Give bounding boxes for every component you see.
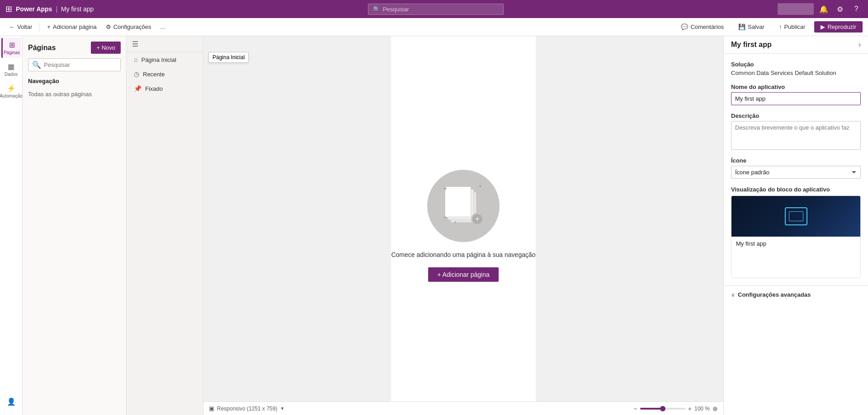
- canvas-empty-state: + ✦ ✦ ✦ ✦ Comece adicionando uma página …: [391, 170, 535, 282]
- right-panel-header: My first app ›: [724, 36, 868, 54]
- pages-sidebar-label: Páginas: [4, 50, 20, 55]
- help-icon[interactable]: ?: [850, 3, 863, 15]
- add-page-toolbar-button[interactable]: + Adicionar página: [43, 22, 100, 32]
- app-block-icon-inner: [789, 211, 803, 221]
- app-block-name: My first app: [736, 240, 856, 247]
- new-page-label: + Novo: [96, 44, 115, 51]
- nav-item-pinned[interactable]: 📌 Fixado: [127, 81, 203, 96]
- canvas-area: + ✦ ✦ ✦ ✦ Comece adicionando uma página …: [203, 36, 723, 415]
- navigation-label: Navegação: [28, 78, 121, 84]
- gear-icon: ⚙: [106, 23, 111, 30]
- settings-icon[interactable]: ⚙: [834, 3, 846, 15]
- sparkle-bl: ✦: [443, 215, 447, 220]
- play-button[interactable]: ▶ Reproduzir: [814, 21, 863, 33]
- add-page-label: Adicionar página: [53, 23, 97, 30]
- sidebar-item-pages[interactable]: ⊞ Páginas: [1, 38, 21, 58]
- sidebar-item-data[interactable]: ▦ Dados: [1, 60, 21, 79]
- sidebar-item-user[interactable]: 👤: [1, 392, 21, 411]
- page-initial-tooltip: Página Inicial: [208, 52, 249, 63]
- save-label: Salvar: [748, 23, 764, 30]
- configurations-label: Configurações: [113, 23, 151, 30]
- sidebar-bottom: 👤: [1, 392, 21, 415]
- zoom-out-button[interactable]: −: [634, 405, 637, 412]
- toolbar: ← Voltar + Adicionar página ⚙ Configuraç…: [0, 18, 868, 36]
- pages-search-box[interactable]: 🔍: [28, 58, 121, 71]
- zoom-slider[interactable]: [640, 408, 685, 410]
- back-button[interactable]: ← Voltar: [5, 22, 36, 32]
- add-page-button[interactable]: + Adicionar página: [428, 267, 499, 282]
- pages-icon: ⊞: [9, 41, 15, 49]
- configurations-button[interactable]: ⚙ Configurações: [102, 22, 155, 32]
- nav-item-recent-label: Recente: [143, 71, 165, 78]
- advanced-settings[interactable]: ∨ Configurações avançadas: [724, 285, 868, 303]
- save-icon: 💾: [738, 23, 745, 30]
- main-layout: ⊞ Páginas ▦ Dados ⚡ Automação 👤 Páginas …: [0, 36, 868, 415]
- advanced-settings-label: Configurações avançadas: [738, 291, 811, 298]
- search-placeholder: Pesquisar: [383, 6, 409, 13]
- pages-search-input[interactable]: [44, 61, 117, 68]
- notifications-icon[interactable]: 🔔: [817, 3, 830, 15]
- play-icon: ▶: [821, 23, 825, 30]
- publish-button[interactable]: ↑ Publicar: [774, 21, 811, 33]
- waffle-icon[interactable]: ⊞: [5, 4, 12, 14]
- pages-search-icon: 🔍: [32, 61, 41, 69]
- nav-item-home[interactable]: ⌂ Página Inicial: [127, 52, 203, 67]
- nav-item-home-label: Página Inicial: [141, 56, 176, 63]
- sparkle-tr: ✦: [478, 184, 482, 189]
- solution-value: Common Data Services Default Solution: [731, 70, 861, 76]
- app-name-header: My first app: [61, 5, 94, 13]
- nav-preview-panel: ☰ ⌂ Página Inicial ◷ Recente 📌 Fixado: [127, 36, 203, 415]
- automation-icon: ⚡: [7, 84, 16, 93]
- zoom-thumb[interactable]: [660, 406, 665, 411]
- app-block-spacer: [736, 247, 856, 274]
- zoom-in-button[interactable]: +: [688, 405, 692, 412]
- solution-label: Solução: [731, 61, 861, 68]
- comments-icon: 💬: [681, 23, 688, 30]
- brand-separator: |: [56, 5, 57, 13]
- more-button[interactable]: ...: [157, 22, 169, 32]
- close-panel-button[interactable]: ›: [859, 41, 861, 49]
- layout-icon: ▣: [209, 405, 214, 412]
- sparkle-tl: ✦: [443, 186, 448, 192]
- solution-field: Solução Common Data Services Default Sol…: [731, 61, 861, 76]
- new-page-button[interactable]: + Novo: [91, 42, 121, 54]
- zoom-track: [640, 408, 663, 410]
- home-icon: ⌂: [134, 56, 137, 63]
- automation-sidebar-label: Automação: [0, 93, 23, 98]
- tooltip-text: Página Inicial: [212, 54, 245, 61]
- app-block-icon: [785, 207, 807, 225]
- description-field: Descrição: [731, 112, 861, 150]
- pages-stack-icon: + ✦ ✦ ✦ ✦: [443, 186, 484, 226]
- canvas-status-text: Responsivo (1251 x 759): [217, 406, 277, 412]
- description-textarea[interactable]: [731, 121, 861, 150]
- fit-screen-icon[interactable]: ⊕: [712, 405, 718, 412]
- save-button[interactable]: 💾 Salvar: [733, 21, 770, 33]
- app-name-input[interactable]: [731, 92, 861, 105]
- canvas-inner: + ✦ ✦ ✦ ✦ Comece adicionando uma página …: [391, 36, 535, 415]
- empty-state-icon: + ✦ ✦ ✦ ✦: [427, 170, 500, 242]
- icon-field: Ícone Ícone padrão Personalizado: [731, 157, 861, 179]
- empty-state-text: Comece adicionando uma página à sua nave…: [391, 251, 535, 258]
- back-label: Voltar: [17, 23, 32, 30]
- hamburger-icon[interactable]: ☰: [132, 40, 138, 48]
- sidebar-item-automation[interactable]: ⚡ Automação: [1, 81, 21, 101]
- app-block-preview-bottom: My first app: [731, 237, 860, 278]
- status-dropdown-icon[interactable]: ▼: [280, 406, 284, 411]
- all-other-pages-label: Todas as outras páginas: [28, 91, 121, 98]
- add-page-btn-label: + Adicionar página: [437, 271, 490, 278]
- recent-icon: ◷: [134, 70, 139, 78]
- publish-label: Publicar: [784, 23, 805, 30]
- comments-button[interactable]: 💬 Comentários: [675, 21, 729, 33]
- description-label: Descrição: [731, 112, 861, 119]
- user-avatar[interactable]: [778, 3, 814, 15]
- icon-select[interactable]: Ícone padrão Personalizado: [731, 166, 861, 179]
- more-label: ...: [160, 23, 165, 30]
- nav-item-recent[interactable]: ◷ Recente: [127, 67, 203, 81]
- plus-circle: +: [471, 213, 484, 225]
- page-layer-1: [445, 187, 471, 217]
- data-icon: ▦: [8, 62, 14, 71]
- user-icon: 👤: [7, 397, 16, 406]
- pages-title: Páginas: [28, 44, 56, 52]
- brand-name: Power Apps: [16, 5, 52, 13]
- search-bar[interactable]: 🔍 Pesquisar: [368, 4, 504, 15]
